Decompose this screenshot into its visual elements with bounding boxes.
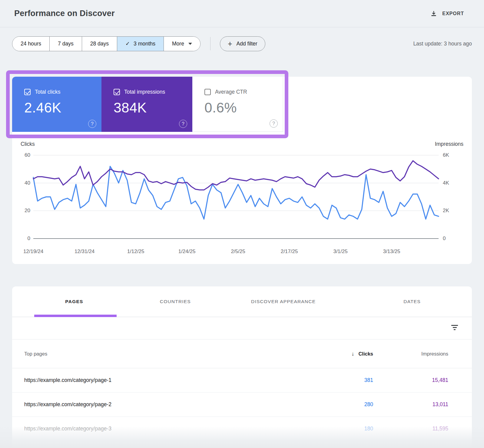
- help-icon[interactable]: ?: [270, 119, 278, 128]
- performance-chart-card: Total clicks 2.46K ? Total impressions 3…: [12, 77, 472, 264]
- table-row[interactable]: https://example.com/category/page-2 280 …: [12, 393, 472, 417]
- impressions-value: 11,595: [373, 426, 448, 432]
- impressions-sort-header[interactable]: Impressions: [373, 351, 448, 357]
- y-tick-label: 0: [18, 235, 30, 242]
- range-3-months[interactable]: ✓ 3 months: [117, 37, 164, 51]
- metrics-row: Total clicks 2.46K ? Total impressions 3…: [12, 77, 472, 132]
- clicks-sort-header[interactable]: ↓Clicks: [300, 351, 373, 357]
- page-url: https://example.com/category/page-1: [24, 377, 300, 383]
- x-tick-label: 1/24/25: [178, 249, 196, 255]
- total-impressions-checkbox[interactable]: [114, 89, 120, 95]
- metric-label: Total clicks: [35, 89, 61, 95]
- impressions-value: 15,481: [373, 377, 448, 383]
- table-row[interactable]: https://example.com/category/page-3 180 …: [12, 417, 472, 441]
- y-tick-label: 2K: [443, 207, 460, 214]
- export-button[interactable]: EXPORT: [430, 10, 464, 17]
- average-ctr-checkbox[interactable]: [204, 89, 211, 95]
- x-tick-label: 2/17/25: [281, 249, 298, 255]
- controls-row: ✓ 24 hours ✓ 7 days ✓ 28 days ✓ 3 months…: [12, 36, 472, 51]
- x-tick-label: 2/5/25: [231, 249, 245, 255]
- x-tick-label: 12/19/24: [23, 249, 43, 255]
- y-tick-label: 40: [18, 180, 30, 186]
- y-tick-label: 0: [443, 235, 460, 242]
- tab-discover-appearance[interactable]: DISCOVER APPEARANCE: [214, 299, 352, 304]
- total-clicks-card[interactable]: Total clicks 2.46K ?: [12, 77, 101, 132]
- table-row[interactable]: https://example.com/category/page-1 381 …: [12, 368, 472, 393]
- table-filter-row: [12, 317, 472, 339]
- chart-plot-area: [33, 155, 439, 239]
- x-tick-label: 12/31/24: [75, 249, 94, 255]
- help-icon[interactable]: ?: [88, 120, 96, 128]
- metric-label: Average CTR: [215, 89, 247, 95]
- vertical-divider: [210, 37, 211, 50]
- clicks-value: 381: [300, 377, 373, 383]
- y-tick-label: 20: [18, 207, 30, 214]
- range-24-hours[interactable]: ✓ 24 hours: [12, 37, 49, 51]
- metric-label: Total impressions: [124, 89, 165, 95]
- range-28-days[interactable]: ✓ 28 days: [82, 37, 117, 51]
- table-header-row: Top pages ↓Clicks Impressions: [12, 339, 472, 368]
- active-tab-underline: [34, 315, 117, 317]
- page-title: Performance on Discover: [14, 9, 115, 18]
- x-tick-label: 3/1/25: [333, 249, 347, 255]
- left-axis-title: Clicks: [21, 141, 35, 147]
- tab-dates[interactable]: DATES: [352, 299, 472, 304]
- x-tick-label: 1/12/25: [127, 249, 144, 255]
- last-update-text: Last update: 3 hours ago: [413, 41, 472, 47]
- total-clicks-value: 2.46K: [24, 99, 101, 116]
- tab-pages[interactable]: PAGES: [12, 299, 136, 304]
- page-url: https://example.com/category/page-2: [24, 401, 300, 408]
- date-range-group: ✓ 24 hours ✓ 7 days ✓ 28 days ✓ 3 months…: [12, 36, 201, 51]
- clicks-value: 180: [300, 426, 373, 432]
- average-ctr-value: 0.6%: [204, 99, 283, 116]
- y-tick-label: 60: [18, 152, 30, 159]
- range-more-dropdown[interactable]: ✓ More: [164, 37, 200, 51]
- help-icon[interactable]: ?: [179, 120, 187, 128]
- sort-descending-icon: ↓: [351, 351, 354, 357]
- total-impressions-card[interactable]: Total impressions 384K ?: [101, 77, 192, 132]
- average-ctr-card[interactable]: Average CTR 0.6% ?: [192, 77, 283, 132]
- right-axis-title: Impressions: [435, 141, 463, 147]
- range-7-days[interactable]: ✓ 7 days: [49, 37, 82, 51]
- x-tick-label: 3/13/25: [383, 249, 400, 255]
- add-filter-button[interactable]: + Add filter: [220, 36, 265, 51]
- check-icon: ✓: [125, 40, 130, 47]
- y-tick-label: 6K: [443, 152, 460, 159]
- line-chart: Clicks Impressions 60 40 20 0 6K 4K 2K 0…: [12, 132, 472, 264]
- clicks-value: 280: [300, 401, 373, 408]
- table-tabs: PAGES COUNTRIES DISCOVER APPEARANCE DATE…: [12, 286, 472, 317]
- dimensions-table-card: PAGES COUNTRIES DISCOVER APPEARANCE DATE…: [12, 286, 472, 448]
- impressions-value: 13,011: [373, 401, 448, 408]
- series-line-clicks: [33, 166, 439, 219]
- export-label: EXPORT: [442, 11, 464, 16]
- page-url: https://example.com/category/page-3: [24, 426, 300, 432]
- chevron-down-icon: [188, 43, 192, 45]
- plus-icon: +: [228, 40, 232, 48]
- download-icon: [430, 10, 437, 17]
- y-tick-label: 4K: [443, 180, 460, 186]
- total-clicks-checkbox[interactable]: [24, 89, 31, 95]
- top-pages-header: Top pages: [24, 351, 300, 357]
- tab-countries[interactable]: COUNTRIES: [136, 299, 214, 304]
- top-bar: Performance on Discover EXPORT: [0, 0, 484, 27]
- total-impressions-value: 384K: [114, 99, 192, 116]
- filter-icon[interactable]: [451, 325, 458, 331]
